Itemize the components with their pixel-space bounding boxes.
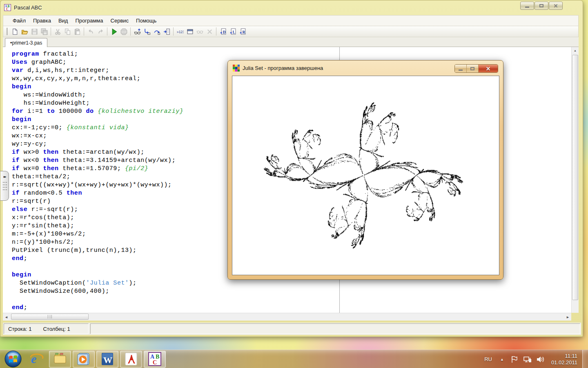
word-icon: W	[100, 351, 115, 367]
code-line-29: SetWindowCaption('Julia Set');	[12, 279, 183, 287]
toolbar-separator	[216, 27, 216, 36]
taskbar-adobe-reader[interactable]	[120, 351, 142, 368]
menu-item-3[interactable]: Вид	[55, 16, 72, 25]
volume-icon[interactable]	[536, 355, 545, 364]
step-into-button[interactable]	[142, 27, 152, 36]
taskbar-word[interactable]: W	[96, 351, 118, 368]
horizontal-scrollbar[interactable]: ◀ ▶	[3, 313, 571, 321]
stop-icon: STOP	[120, 28, 127, 35]
minimize-button[interactable]	[520, 2, 534, 10]
code-line-21: x:=r*cos(theta);	[12, 214, 183, 222]
code-line-5: begin	[12, 83, 183, 91]
julia-titlebar[interactable]: Julia Set - программа завершена ✕	[228, 61, 503, 75]
copy-button[interactable]	[62, 27, 72, 36]
open-file-button[interactable]	[20, 27, 29, 36]
stop-program-button[interactable]: STOP	[119, 27, 129, 36]
julia-maximize-button[interactable]	[467, 65, 479, 72]
taskbar-internet-explorer[interactable]: e	[25, 351, 47, 368]
window-title: Pascal ABC	[14, 4, 42, 11]
pascal-abc-logo-icon: ABC	[4, 4, 11, 11]
menu-item-2[interactable]: Правка	[29, 16, 55, 25]
code-text: program fractali;Uses graphABC;var d,i,w…	[12, 50, 183, 313]
toolbar-grip[interactable]	[7, 28, 8, 35]
scroll-thumb-grip	[48, 315, 52, 319]
format-l-button[interactable]: L	[228, 27, 238, 36]
close-button[interactable]: ✕	[549, 2, 563, 10]
julia-close-button[interactable]: ✕	[479, 65, 498, 72]
menu-item-6[interactable]: Помощь	[132, 16, 160, 25]
system-tray: RU ▲ 11:11 01.02.2011	[480, 350, 588, 368]
menu-item-5[interactable]: Сервис	[107, 16, 133, 25]
undo-button[interactable]	[86, 27, 96, 36]
adobe-reader-icon	[123, 351, 139, 367]
vertical-scroll-thumb[interactable]	[572, 55, 578, 300]
tab-primer1-3-pas[interactable]: •primer1-3.pas	[5, 38, 47, 47]
scroll-right-button[interactable]: ▶	[564, 314, 571, 321]
windows-list-button[interactable]	[185, 27, 195, 36]
taskbar-apps: eWABC	[25, 351, 167, 368]
close-x-icon	[206, 28, 213, 35]
start-button[interactable]	[4, 350, 22, 368]
internet-explorer-icon: e	[29, 351, 44, 367]
scroll-left-button[interactable]: ◀	[3, 314, 10, 321]
save-icon	[31, 28, 38, 35]
clock-date: 01.02.2011	[551, 359, 577, 366]
close-icon: ✕	[554, 3, 558, 9]
vertical-scrollbar[interactable]: ▲	[571, 47, 579, 313]
horizontal-scroll-thumb[interactable]	[11, 314, 89, 320]
main-titlebar[interactable]: ABC Pascal ABC ✕	[0, 0, 583, 14]
collapsed-panel-handle[interactable]: ▸▸	[0, 171, 9, 201]
menu-item-4[interactable]: Программа	[71, 16, 107, 25]
paste-button[interactable]	[72, 27, 82, 36]
hidden-icons-arrow[interactable]: ▲	[496, 355, 508, 364]
code-line-19: r:=sqrt(r)	[12, 197, 183, 206]
copy-icon	[64, 28, 71, 35]
svg-text:C: C	[6, 7, 8, 11]
cut-button[interactable]	[53, 27, 62, 36]
menu-bar: ФайлПравкаВидПрограммаСервисПомощь	[3, 15, 579, 26]
redo-button[interactable]	[96, 27, 105, 36]
taskbar: eWABC RU ▲ 11:11 01.02.2011	[0, 350, 588, 368]
open-icon	[21, 28, 28, 35]
svg-text:L: L	[232, 29, 235, 34]
toolbar-separator	[107, 27, 107, 36]
show-desktop-button[interactable]	[582, 350, 588, 368]
new-file-button[interactable]	[10, 27, 20, 36]
taskbar-pascal-abc[interactable]: ABC	[144, 351, 166, 368]
action-center-flag-icon[interactable]	[510, 355, 519, 364]
save-file-button[interactable]	[29, 27, 39, 36]
clock[interactable]: 11:11 01.02.2011	[551, 353, 577, 366]
glasses-icon	[196, 28, 203, 35]
maximize-button[interactable]	[535, 2, 548, 10]
julia-minimize-button[interactable]	[455, 65, 467, 72]
step-over-button[interactable]	[152, 27, 162, 36]
julia-canvas-area	[232, 76, 499, 275]
add-watch-button[interactable]	[132, 27, 142, 36]
format-r-button[interactable]: R	[238, 27, 247, 36]
run-program-button[interactable]	[109, 27, 119, 36]
taskbar-windows-explorer[interactable]	[49, 351, 71, 368]
format-d-button[interactable]: D	[218, 27, 228, 36]
watch-window-button[interactable]	[195, 27, 205, 36]
language-indicator[interactable]: RU	[480, 354, 496, 365]
run-icon	[111, 28, 118, 35]
run-to-line-icon	[163, 28, 170, 35]
julia-window-title: Julia Set - программа завершена	[243, 65, 323, 71]
code-line-9: begin	[12, 116, 183, 124]
close-debug-button[interactable]	[205, 27, 214, 36]
code-line-1: program fractali;	[12, 50, 183, 58]
menu-item-1[interactable]: Файл	[9, 16, 29, 25]
scroll-up-button[interactable]: ▲	[572, 47, 579, 54]
close-icon: ✕	[486, 66, 491, 72]
svg-text:A: A	[150, 354, 155, 360]
cut-icon	[54, 28, 61, 35]
windows-explorer-icon	[52, 351, 68, 367]
save-all-button[interactable]	[39, 27, 49, 36]
run-to-cursor-button[interactable]	[162, 27, 172, 36]
evaluate-expression-button[interactable]: >123	[175, 27, 185, 36]
code-line-8: for i:=1 to 100000 do {kolichestvo itera…	[12, 108, 183, 116]
taskbar-media-player[interactable]	[73, 351, 95, 368]
network-icon[interactable]	[523, 355, 532, 364]
toolbar-separator	[130, 27, 131, 36]
step-into-icon	[144, 28, 151, 35]
